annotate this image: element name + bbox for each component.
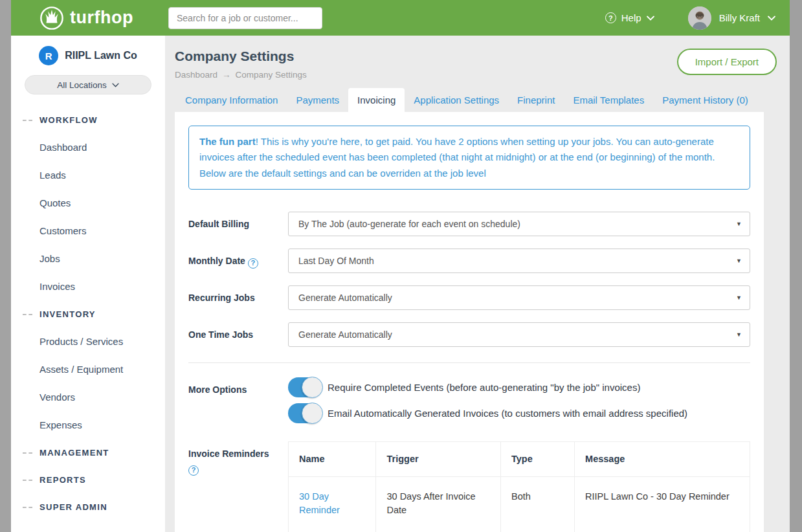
chevron-down-icon: [768, 16, 775, 21]
locations-dropdown[interactable]: All Locations: [25, 75, 151, 94]
left-edge-strip: [0, 0, 11, 532]
reminder-trigger: 30 Days After Invoice Date: [376, 476, 501, 532]
company-name: RIIPL Lawn Co: [65, 50, 137, 61]
tab-fineprint[interactable]: Fineprint: [508, 88, 564, 112]
dropdown-caret-icon: ▼: [736, 294, 742, 301]
sidebar-item-products-services[interactable]: Products / Services: [39, 336, 165, 347]
brand-name: turfhop: [70, 8, 133, 28]
tab-application-settings[interactable]: Application Settings: [405, 88, 508, 112]
screen: turfhop ? Help: [0, 0, 802, 532]
column-header-type: Type: [500, 441, 574, 476]
default-billing-row: Default Billing By The Job (auto-generat…: [188, 212, 750, 236]
reminder-type: Both: [500, 476, 574, 532]
recurring-jobs-row: Recurring Jobs Generate Automatically ▼: [188, 285, 750, 310]
locations-label: All Locations: [57, 80, 107, 90]
require-completed-events-label: Require Completed Events (before auto-ge…: [328, 382, 640, 393]
help-menu[interactable]: ? Help: [605, 12, 654, 23]
monthly-date-label-text: Monthly Date: [188, 256, 245, 266]
right-edge-strip: [790, 0, 802, 532]
invoice-reminders-row: Invoice Reminders ? Name Trigger Type Me…: [188, 441, 750, 532]
tab-payment-history[interactable]: Payment History (0): [653, 88, 757, 112]
sidebar-item-invoices[interactable]: Invoices: [39, 281, 165, 292]
info-notice: The fun part! This is why you're here, t…: [188, 126, 750, 190]
dropdown-caret-icon: ▼: [736, 258, 742, 264]
default-billing-select[interactable]: By The Job (auto-generate for each event…: [288, 212, 750, 236]
one-time-jobs-select[interactable]: Generate Automatically ▼: [288, 322, 750, 347]
default-billing-label: Default Billing: [188, 212, 288, 236]
recurring-jobs-select[interactable]: Generate Automatically ▼: [288, 285, 750, 310]
tab-invoicing[interactable]: Invoicing: [348, 88, 405, 112]
monthly-date-row: Monthly Date ? Last Day Of Month ▼: [188, 249, 750, 273]
main-content: Company Settings Dashboard → Company Set…: [165, 36, 790, 532]
top-navbar: turfhop ? Help: [11, 0, 790, 36]
sidebar-item-quotes[interactable]: Quotes: [39, 197, 165, 208]
table-header-row: Name Trigger Type Message: [289, 441, 750, 476]
sidebar-item-leads[interactable]: Leads: [39, 170, 165, 181]
tab-email-templates[interactable]: Email Templates: [564, 88, 653, 112]
breadcrumb-dashboard[interactable]: Dashboard: [175, 70, 217, 80]
breadcrumb: Dashboard → Company Settings: [175, 70, 307, 80]
notice-body: ! This is why you're here, to get paid. …: [199, 136, 715, 179]
company-block: R RIIPL Lawn Co: [11, 46, 165, 65]
settings-tabs: Company Information Payments Invoicing A…: [175, 88, 777, 112]
reminder-name-link[interactable]: 30 Day Reminder: [289, 476, 376, 532]
one-time-jobs-label: One Time Jobs: [188, 322, 288, 347]
topbar-right: ? Help Billy: [605, 6, 790, 30]
sidebar-section-management[interactable]: MANAGEMENT: [39, 448, 165, 458]
more-options-label: More Options: [188, 377, 288, 429]
sidebar-nav: WORKFLOW Dashboard Leads Quotes Customer…: [11, 115, 165, 512]
chevron-down-icon: [647, 16, 654, 21]
help-label: Help: [621, 12, 641, 23]
breadcrumb-current: Company Settings: [236, 70, 307, 80]
tab-company-information[interactable]: Company Information: [176, 88, 287, 112]
dropdown-caret-icon: ▼: [736, 331, 742, 338]
global-search-input[interactable]: [168, 7, 322, 29]
one-time-jobs-value: Generate Automatically: [298, 329, 392, 340]
import-export-button[interactable]: Import / Export: [677, 49, 777, 75]
invoicing-panel: The fun part! This is why you're here, t…: [175, 112, 764, 532]
email-generated-invoices-label: Email Automatically Generated Invoices (…: [328, 408, 687, 419]
breadcrumb-arrow-icon: →: [222, 70, 231, 80]
monthly-date-help-icon[interactable]: ?: [248, 258, 258, 269]
column-header-trigger: Trigger: [376, 441, 501, 476]
table-row: 30 Day Reminder 30 Days After Invoice Da…: [289, 476, 750, 532]
recurring-jobs-label: Recurring Jobs: [188, 285, 288, 310]
toggle-knob: [302, 377, 323, 398]
recurring-jobs-value: Generate Automatically: [298, 293, 392, 303]
user-name: Billy Kraft: [719, 12, 760, 23]
require-completed-events-row: Require Completed Events (before auto-ge…: [288, 377, 750, 397]
invoice-reminders-table: Name Trigger Type Message 30 Day Reminde…: [288, 441, 750, 532]
sidebar-item-dashboard[interactable]: Dashboard: [39, 142, 165, 153]
page-header: Company Settings Dashboard → Company Set…: [175, 36, 777, 80]
more-options-row: More Options Require Completed Events (b…: [188, 377, 750, 429]
sidebar-section-workflow[interactable]: WORKFLOW: [39, 115, 165, 125]
invoice-reminders-label-text: Invoice Reminders: [188, 449, 269, 459]
require-completed-events-toggle[interactable]: [288, 377, 322, 397]
invoice-reminders-help-icon[interactable]: ?: [188, 465, 199, 476]
sidebar-item-vendors[interactable]: Vendors: [39, 392, 165, 403]
sidebar: R RIIPL Lawn Co All Locations WORKFLOW D…: [11, 36, 165, 532]
sidebar-item-jobs[interactable]: Jobs: [39, 253, 165, 264]
default-billing-value: By The Job (auto-generate for each event…: [298, 219, 520, 229]
invoice-reminders-label: Invoice Reminders ?: [188, 441, 288, 532]
email-generated-invoices-row: Email Automatically Generated Invoices (…: [288, 403, 750, 423]
sidebar-section-super-admin[interactable]: SUPER ADMIN: [39, 502, 165, 512]
sidebar-item-assets-equipment[interactable]: Assets / Equipment: [39, 364, 165, 375]
brand-logo-group[interactable]: turfhop: [11, 6, 165, 30]
user-avatar: [688, 6, 711, 30]
sidebar-item-expenses[interactable]: Expenses: [39, 419, 165, 430]
turfhop-grass-icon: [39, 6, 64, 30]
tab-payments[interactable]: Payments: [287, 88, 348, 112]
monthly-date-label: Monthly Date ?: [188, 249, 288, 273]
user-menu[interactable]: Billy Kraft: [688, 6, 775, 30]
monthly-date-select[interactable]: Last Day Of Month ▼: [288, 249, 750, 273]
section-divider: [188, 362, 750, 363]
sidebar-section-inventory[interactable]: INVENTORY: [39, 309, 165, 319]
company-avatar: R: [39, 46, 58, 65]
column-header-name: Name: [289, 441, 376, 476]
page-title: Company Settings: [175, 49, 307, 64]
sidebar-section-reports[interactable]: REPORTS: [39, 475, 165, 485]
email-generated-invoices-toggle[interactable]: [288, 403, 322, 423]
sidebar-item-customers[interactable]: Customers: [39, 225, 165, 236]
one-time-jobs-row: One Time Jobs Generate Automatically ▼: [188, 322, 750, 347]
